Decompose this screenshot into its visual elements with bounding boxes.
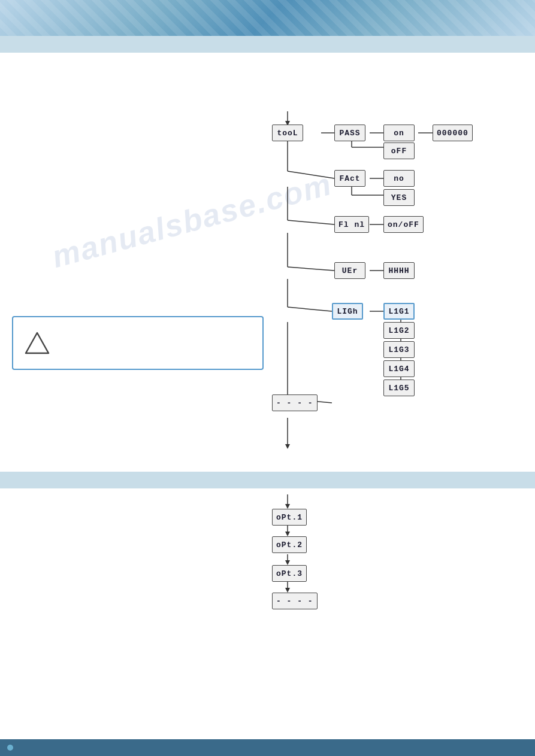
lig1-node: L1G1 <box>383 303 415 320</box>
diagram2-lines-svg <box>0 488 535 608</box>
diagram-lines-svg <box>0 59 535 466</box>
diagram1-container: tooL PASS on 000000 oFF FAct no YES Fl n… <box>0 59 535 466</box>
lig5-node: L1G5 <box>383 379 415 396</box>
main-content: manualsbase.com <box>0 53 535 472</box>
tool-node: tooL <box>272 125 303 141</box>
opt1-node: oPt.1 <box>272 509 307 526</box>
lig4-node: L1G4 <box>383 360 415 377</box>
header-banner <box>0 0 535 36</box>
on-node: on <box>383 125 415 141</box>
flnl-node: Fl nl <box>334 216 369 233</box>
svg-marker-37 <box>285 532 290 536</box>
svg-line-16 <box>288 267 334 271</box>
warning-box <box>12 316 264 370</box>
ligh-node: LIGh <box>332 303 363 320</box>
opt2-node: oPt.2 <box>272 536 307 553</box>
warning-triangle-icon <box>22 328 52 358</box>
svg-line-19 <box>288 307 332 311</box>
lig3-node: L1G3 <box>383 341 415 358</box>
uer-node: UEr <box>334 262 365 279</box>
footer-dot <box>7 745 13 751</box>
section-bar-top <box>0 36 535 53</box>
section-bar-bottom <box>0 472 535 488</box>
svg-marker-33 <box>26 333 49 353</box>
dash1-node: - - - - <box>272 394 318 411</box>
dash2-node: - - - - <box>272 593 318 609</box>
hhhh-node: HHHH <box>383 262 415 279</box>
opt3-node: oPt.3 <box>272 565 307 582</box>
off-node: oFF <box>383 142 415 159</box>
diagram2-container: oPt.1 oPt.2 oPt.3 - - - - <box>0 488 535 608</box>
footer-bar <box>0 739 535 756</box>
oooooo-node: 000000 <box>433 125 473 141</box>
svg-marker-41 <box>285 588 290 593</box>
lig2-node: L1G2 <box>383 322 415 339</box>
yes-node: YES <box>383 189 415 206</box>
svg-marker-35 <box>285 504 290 509</box>
svg-marker-32 <box>285 444 290 449</box>
pass-node: PASS <box>334 125 365 141</box>
svg-line-13 <box>288 220 334 224</box>
svg-marker-39 <box>285 560 290 565</box>
fact-node: FAct <box>334 170 365 187</box>
no-node: no <box>383 170 415 187</box>
onloff-node: on/oFF <box>383 216 424 233</box>
svg-line-8 <box>288 171 334 178</box>
